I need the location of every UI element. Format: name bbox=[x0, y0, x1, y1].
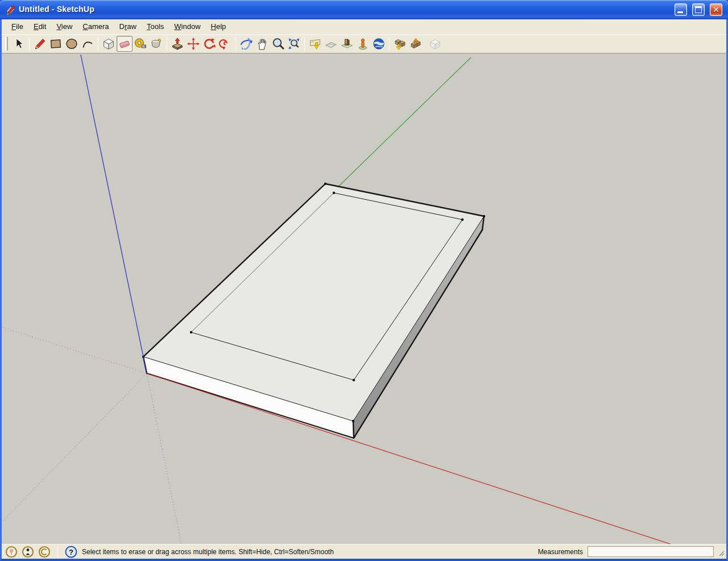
zoom-extents-button[interactable] bbox=[286, 36, 302, 52]
close-icon: ✕ bbox=[710, 5, 722, 14]
push-pull-button[interactable] bbox=[169, 36, 185, 52]
maximize-button[interactable] bbox=[692, 3, 705, 16]
toolbar bbox=[2, 34, 726, 53]
component-box-icon bbox=[102, 37, 115, 51]
orbit-tool-button[interactable] bbox=[238, 36, 254, 52]
get-models-figure-icon bbox=[356, 37, 370, 51]
status-message: Select items to erase or drag across mul… bbox=[82, 548, 334, 556]
compass-icon[interactable] bbox=[38, 546, 51, 558]
circle-tool-button[interactable] bbox=[64, 36, 80, 52]
rotate-arrows-icon bbox=[202, 37, 216, 51]
titlebar[interactable]: Untitled - SketchUp ✕ bbox=[0, 0, 728, 19]
close-button[interactable]: ✕ bbox=[710, 3, 722, 16]
pencil-line-icon bbox=[33, 37, 47, 51]
toggle-terrain-button[interactable] bbox=[323, 36, 339, 52]
eraser-tool-button[interactable] bbox=[117, 36, 133, 52]
share-model-button[interactable] bbox=[408, 36, 424, 52]
menubar: File Edit View Camera Draw Tools Window … bbox=[2, 19, 726, 34]
rectangle-icon bbox=[49, 37, 63, 51]
context-help-icon: ? bbox=[65, 546, 77, 558]
attribution-icon[interactable] bbox=[22, 546, 34, 558]
measurements-area: Measurements bbox=[538, 546, 726, 557]
get-current-view-icon bbox=[308, 37, 322, 51]
toolbar-separator bbox=[167, 37, 167, 51]
model-box-button[interactable] bbox=[427, 36, 443, 52]
measurements-label: Measurements bbox=[538, 548, 583, 556]
menu-edit[interactable]: Edit bbox=[28, 20, 51, 34]
get-current-view-button[interactable] bbox=[307, 36, 323, 52]
sketchup-logo-icon bbox=[5, 4, 16, 15]
rotate-tool-button[interactable] bbox=[201, 36, 217, 52]
model-box-outline-icon bbox=[428, 37, 442, 51]
viewport-canvas[interactable] bbox=[2, 53, 726, 544]
warehouse-download-icon bbox=[393, 37, 407, 51]
arc-icon bbox=[81, 37, 94, 51]
maximize-icon bbox=[695, 6, 702, 13]
rectangle-tool-button[interactable] bbox=[48, 36, 64, 52]
pan-tool-button[interactable] bbox=[254, 36, 270, 52]
place-model-button[interactable] bbox=[339, 36, 355, 52]
warehouse-download-button[interactable] bbox=[392, 36, 408, 52]
toolbar-separator bbox=[29, 37, 30, 51]
arc-tool-button[interactable] bbox=[80, 36, 96, 52]
line-tool-button[interactable] bbox=[32, 36, 48, 52]
sketchup-window: Untitled - SketchUp ✕ File Edit View Cam… bbox=[0, 0, 728, 561]
google-earth-globe-icon bbox=[372, 37, 386, 51]
share-upload-icon bbox=[409, 37, 423, 51]
toolbar-separator bbox=[235, 37, 236, 51]
menu-help[interactable]: Help bbox=[206, 20, 231, 34]
toolbar-separator bbox=[98, 37, 98, 51]
eraser-icon bbox=[118, 37, 131, 51]
geolocation-icon[interactable] bbox=[5, 546, 18, 558]
move-arrows-icon bbox=[187, 37, 200, 51]
paint-bucket-icon bbox=[150, 37, 163, 51]
place-model-icon bbox=[340, 37, 354, 51]
svg-text:?: ? bbox=[69, 547, 73, 556]
zoom-magnifier-icon bbox=[271, 37, 285, 51]
follow-me-button[interactable] bbox=[217, 36, 233, 52]
menu-view[interactable]: View bbox=[51, 20, 77, 34]
select-arrow-icon bbox=[12, 37, 26, 51]
tape-measure-button[interactable] bbox=[133, 36, 148, 52]
select-tool-button[interactable] bbox=[11, 36, 27, 52]
follow-me-icon bbox=[218, 37, 232, 51]
push-pull-icon bbox=[171, 37, 184, 51]
paint-bucket-button[interactable] bbox=[148, 36, 164, 52]
toggle-terrain-icon bbox=[324, 37, 338, 51]
window-title: Untitled - SketchUp bbox=[19, 5, 94, 14]
tape-measure-icon bbox=[134, 37, 147, 51]
orbit-icon bbox=[239, 37, 253, 51]
menu-window[interactable]: Window bbox=[169, 20, 205, 34]
pan-hand-icon bbox=[255, 37, 269, 51]
zoom-tool-button[interactable] bbox=[270, 36, 286, 52]
move-tool-button[interactable] bbox=[185, 36, 201, 52]
toolbar-separator bbox=[389, 37, 390, 51]
make-component-button[interactable] bbox=[101, 36, 117, 52]
zoom-extents-icon bbox=[287, 37, 301, 51]
minimize-icon bbox=[677, 11, 683, 13]
menu-file[interactable]: File bbox=[6, 20, 28, 34]
google-earth-button[interactable] bbox=[371, 36, 387, 52]
menu-camera[interactable]: Camera bbox=[77, 20, 114, 34]
toolbar-gripper[interactable] bbox=[5, 37, 8, 51]
circle-icon bbox=[65, 37, 78, 51]
measurements-input[interactable] bbox=[588, 546, 714, 557]
menu-draw[interactable]: Draw bbox=[114, 20, 142, 34]
statusbar: ? Select items to erase or drag across m… bbox=[2, 544, 726, 559]
resize-grip[interactable] bbox=[717, 549, 725, 557]
minimize-button[interactable] bbox=[675, 3, 687, 16]
get-models-button[interactable] bbox=[355, 36, 371, 52]
statusbar-separator bbox=[57, 546, 58, 558]
drawing-viewport[interactable] bbox=[2, 53, 726, 544]
menu-draw-label: D bbox=[119, 22, 125, 31]
model-status-icons bbox=[2, 546, 55, 558]
window-frame: File Edit View Camera Draw Tools Window … bbox=[0, 19, 728, 561]
toolbar-separator bbox=[304, 37, 305, 51]
menu-tools[interactable]: Tools bbox=[142, 20, 169, 34]
